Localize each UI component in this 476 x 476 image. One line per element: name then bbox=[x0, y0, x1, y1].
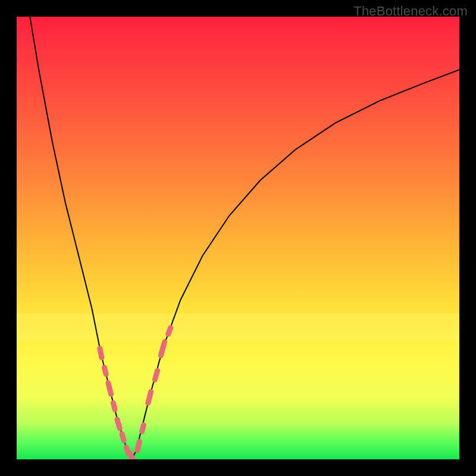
plot-area bbox=[17, 17, 459, 459]
bottleneck-curve bbox=[17, 17, 459, 459]
curve-markers bbox=[97, 324, 174, 459]
curve-marker bbox=[105, 380, 114, 397]
watermark-text: TheBottleneck.com bbox=[353, 4, 468, 19]
curve-marker bbox=[110, 400, 118, 413]
curve-marker bbox=[145, 389, 154, 406]
curve-marker bbox=[114, 416, 123, 431]
curve-marker bbox=[97, 345, 105, 361]
curve-marker bbox=[101, 364, 109, 377]
chart-frame: TheBottleneck.com bbox=[0, 0, 476, 476]
curve-marker bbox=[152, 368, 161, 383]
curve-marker bbox=[134, 439, 143, 454]
curve-marker bbox=[165, 324, 174, 337]
curve-marker bbox=[139, 422, 147, 435]
curve-marker bbox=[158, 339, 168, 359]
curve-marker bbox=[118, 431, 127, 444]
